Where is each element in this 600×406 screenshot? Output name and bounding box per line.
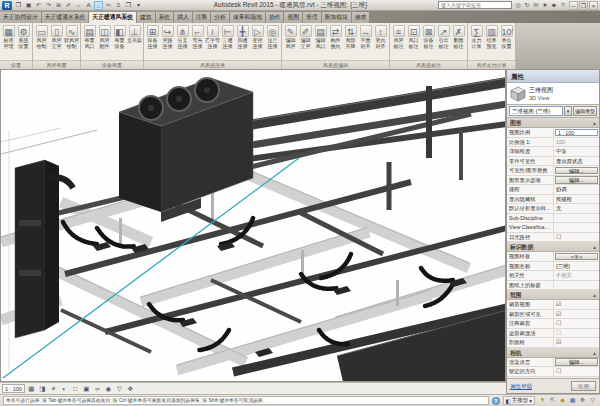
property-row[interactable]: 剖面框☑ [507, 338, 599, 348]
minimize-button[interactable]: ─ [569, 1, 578, 10]
ribbon-button[interactable]: ⌐弯头 连接 [190, 24, 205, 49]
select-links-icon[interactable]: ▼ [538, 396, 547, 405]
subscription-center-icon[interactable]: ↻ [523, 1, 531, 10]
tab-addins[interactable]: 附加模块 [322, 12, 352, 23]
ribbon-button[interactable]: ✗删除 标注 [451, 24, 466, 49]
help-icon[interactable]: ? [559, 1, 567, 10]
favorites-star-icon[interactable]: ★ [541, 1, 549, 10]
tab-tz-air-system[interactable]: 天正暖通风系统 [89, 12, 137, 23]
print-icon[interactable]: ⊞ [54, 1, 63, 10]
aligned-dimension-icon[interactable]: ↔ [74, 1, 83, 10]
tab-tz-collaboration[interactable]: 天正协同设计 [0, 12, 42, 23]
property-row[interactable]: 视图样板<无> [507, 252, 599, 262]
drawing-area[interactable] [0, 69, 506, 382]
visual-style-icon[interactable]: ◨ [38, 384, 47, 393]
text-icon[interactable]: A [84, 1, 93, 10]
select-underlay-icon[interactable]: ⇱ [548, 396, 557, 405]
tab-systems[interactable]: 系统 [156, 12, 175, 23]
tab-massing-site[interactable]: 体量和场地 [230, 12, 266, 23]
ribbon-button[interactable]: 10′单位 设置 [499, 24, 514, 49]
ribbon-button[interactable]: ✐编辑 立管 [298, 24, 313, 49]
tab-architecture[interactable]: 建筑 [137, 12, 156, 23]
search-binoculars-icon[interactable]: ◎ [514, 1, 522, 10]
properties-help-link[interactable]: 属性帮助 [510, 383, 532, 390]
ribbon-button[interactable]: ⊡风口 标注 [406, 24, 421, 49]
property-row[interactable]: 相关性不相关 [507, 271, 599, 281]
property-row[interactable]: View Classifica... [507, 223, 599, 233]
reveal-hidden-elements-icon[interactable]: ◉ [104, 384, 113, 393]
property-row[interactable]: 规程协调 [507, 185, 599, 195]
ribbon-button[interactable]: ✎编辑 风管 [283, 24, 298, 49]
ribbon-button[interactable]: ↪管路 连接 [160, 24, 175, 49]
ribbon-button[interactable]: ⚙系统 设置 [16, 24, 31, 49]
section-extents[interactable]: 范围▴ [507, 290, 599, 300]
section-icon[interactable]: ✂ [104, 1, 113, 10]
property-row[interactable]: 图纸上的标题 [507, 281, 599, 291]
status-help-icon[interactable]: ? [492, 397, 500, 405]
displacement-sets-icon[interactable]: ✥ [126, 384, 135, 393]
chevron-down-icon[interactable]: ▾ [564, 106, 572, 116]
switch-windows-icon[interactable]: ❒ [124, 1, 133, 10]
ribbon-button[interactable]: ⇅局部 升降 [343, 24, 358, 49]
ribbon-button[interactable]: ↕竖向 对齐 [373, 24, 388, 49]
property-row[interactable]: Sub-Discipline [507, 214, 599, 224]
ribbon-button[interactable]: ▦标准 管理 [1, 24, 16, 49]
detail-level-icon[interactable]: ▦ [27, 384, 36, 393]
property-row[interactable]: 锁定的方向☐ [507, 367, 599, 377]
property-row[interactable]: 渲染设置编辑... [507, 358, 599, 368]
help-search-input[interactable] [438, 1, 512, 9]
tab-collaborate[interactable]: 协作 [266, 12, 285, 23]
tab-modify[interactable]: 修改 [352, 12, 371, 23]
tab-tz-water-system[interactable]: 天正暖通水系统 [42, 12, 90, 23]
section-camera[interactable]: 相机▴ [507, 348, 599, 358]
ribbon-button[interactable]: ◧布置 设备 [112, 24, 127, 49]
temporary-hide-isolate-icon[interactable]: ∞ [93, 384, 102, 393]
property-row[interactable]: 显示隐藏线按规程 [507, 195, 599, 205]
ribbon-button[interactable]: ⊠设备 标注 [421, 24, 436, 49]
restore-button[interactable]: ❐ [579, 1, 588, 10]
section-identity-data[interactable]: 标识数据▴ [507, 242, 599, 252]
default-3d-view-icon[interactable]: ⌂ [94, 1, 103, 10]
property-row[interactable]: 比例值 1:100 [507, 138, 599, 148]
ribbon-button[interactable]: ⊢三通 连接 [220, 24, 235, 49]
drag-on-selection-icon[interactable]: ✥ [578, 396, 587, 405]
apply-button[interactable]: 应用 [571, 381, 596, 391]
type-selector[interactable]: 三维视图 {三维} [509, 106, 563, 116]
ribbon-button[interactable]: ≀乙字弯 连接 [205, 24, 220, 49]
design-options-control[interactable]: ◧ 主模型 ▾ [503, 396, 535, 405]
ribbon-button[interactable]: ↔平面 对齐 [358, 24, 373, 49]
property-row[interactable]: 视图名称{三维} [507, 262, 599, 272]
view-scale-button[interactable]: 1 : 100 [2, 384, 25, 393]
redo-icon[interactable]: ↷ [44, 1, 53, 10]
ribbon-button[interactable]: ▭风管 绘制 [34, 24, 49, 49]
ribbon-button[interactable]: ▤编辑 风口 [313, 24, 328, 49]
ribbon-button[interactable]: ⇄构件 换向 [328, 24, 343, 49]
tab-analyze[interactable]: 分析 [211, 12, 230, 23]
ribbon-button[interactable]: ↗引出 标注 [436, 24, 451, 49]
undo-icon[interactable]: ↶ [34, 1, 43, 10]
crop-view-icon[interactable]: □ [71, 384, 80, 393]
tab-manage[interactable]: 管理 [303, 12, 322, 23]
temporary-view-properties-icon[interactable]: ▽ [115, 384, 124, 393]
property-row[interactable]: 详细程度中等 [507, 147, 599, 157]
communication-center-icon[interactable]: ✉ [532, 1, 540, 10]
select-pinned-icon[interactable]: ◆ [558, 396, 567, 405]
ribbon-button[interactable]: ▤布置 风口 [82, 24, 97, 49]
ribbon-button[interactable]: ⊥支吊架 [127, 24, 142, 44]
qat-customize-icon[interactable]: ▾ [134, 1, 143, 10]
property-row[interactable]: 可见性/图形替换编辑... [507, 166, 599, 176]
select-by-face-icon[interactable]: ▦ [568, 396, 577, 405]
revit-app-menu-button[interactable]: R [2, 1, 12, 10]
property-row[interactable]: 远剪裁激活☐ [507, 329, 599, 339]
ribbon-button[interactable]: ▥结果 预览 [484, 24, 499, 49]
property-row[interactable]: 图形显示选项编辑... [507, 176, 599, 186]
properties-header[interactable]: 属性 [507, 70, 599, 83]
save-icon[interactable]: ▣ [24, 1, 33, 10]
filter-icon[interactable]: ▽ [588, 396, 597, 405]
property-row[interactable]: 零件可见性显示原状态 [507, 157, 599, 167]
property-row[interactable]: 裁剪区域可见☑ [507, 310, 599, 320]
tab-insert[interactable]: 插入 [174, 12, 193, 23]
ribbon-button[interactable]: ∿软风管 绘制 [64, 24, 79, 49]
property-row[interactable]: 默认分析显示样...无 [507, 204, 599, 214]
sign-in-user-icon[interactable]: ☻ [550, 1, 558, 10]
